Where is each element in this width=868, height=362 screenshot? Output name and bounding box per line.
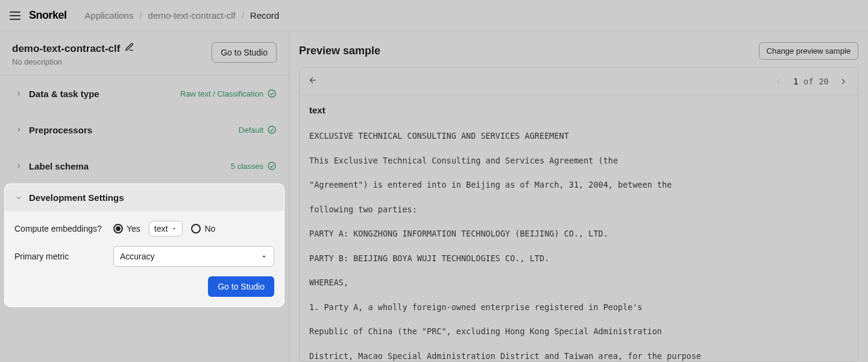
dev-settings-wrap: Development Settings Compute embeddings?… (0, 184, 289, 306)
svg-point-2 (268, 162, 275, 170)
menu-icon[interactable] (10, 11, 20, 20)
radio-no-label: No (204, 224, 215, 233)
caret-down-icon (171, 226, 177, 232)
project-subtitle: No description (12, 57, 134, 66)
accordion-row-data-task[interactable]: Data & task type Raw text / Classificati… (0, 75, 289, 112)
project-title-block: demo-text-contract-clf No description (12, 42, 134, 66)
breadcrumb-current: Record (250, 10, 279, 21)
go-to-studio-primary-button[interactable]: Go to Studio (208, 276, 274, 297)
back-arrow-icon[interactable] (308, 75, 318, 87)
dev-settings-title: Development Settings (29, 192, 124, 203)
preview-card: 1 of 20 text EXCLUSIVE TECHNICAL CONSULT… (299, 67, 858, 362)
app-shell: Snorkel Applications / demo-text-contrac… (0, 0, 868, 362)
settings-accordion: Data & task type Raw text / Classificati… (0, 75, 289, 306)
project-header: demo-text-contract-clf No description Go… (0, 31, 289, 75)
compute-embeddings-row: Compute embeddings? Yes text (14, 221, 274, 237)
sample-body: text EXCLUSIVE TECHNICAL CONSULTING AND … (300, 95, 858, 361)
accordion-row-dev-settings[interactable]: Development Settings (5, 184, 284, 211)
sample-field-name: text (309, 105, 848, 115)
primary-metric-label: Primary metric (14, 252, 105, 261)
breadcrumb: Applications / demo-text-contract-clf / … (85, 10, 280, 21)
page: Snorkel Applications / demo-text-contrac… (0, 0, 868, 362)
radio-dot-icon (191, 224, 201, 233)
pager: 1 of 20 (773, 75, 849, 87)
accordion-status: Raw text / Classification (180, 89, 263, 98)
radio-dot-icon (113, 224, 123, 233)
prev-page-icon[interactable] (773, 75, 785, 87)
check-circle-icon (267, 89, 277, 98)
primary-metric-row: Primary metric Accuracy (14, 246, 274, 267)
dev-actions: Go to Studio (14, 276, 274, 297)
check-circle-icon (267, 125, 277, 135)
breadcrumb-sep: / (139, 10, 142, 21)
preview-header: Preview sample Change preview sample (299, 39, 858, 67)
page-total: 20 (819, 77, 829, 86)
chevron-right-icon (14, 162, 23, 170)
breadcrumb-sep: / (242, 10, 244, 21)
radio-no[interactable]: No (191, 224, 215, 233)
accordion-label: Label schema (29, 161, 89, 171)
chevron-down-icon (14, 194, 23, 202)
primary-metric-select[interactable]: Accuracy (113, 246, 274, 267)
accordion-row-preprocessors[interactable]: Preprocessors Default (0, 112, 289, 148)
project-title: demo-text-contract-clf (12, 42, 134, 55)
page-sep: of (804, 77, 814, 86)
radio-yes-label: Yes (127, 224, 140, 233)
left-panel: demo-text-contract-clf No description Go… (0, 31, 289, 362)
accordion-label: Preprocessors (29, 125, 92, 135)
sample-text: EXCLUSIVE TECHNICAL CONSULTING AND SERVI… (309, 124, 848, 361)
pager-text: 1 of 20 (793, 77, 829, 86)
primary-metric-value: Accuracy (120, 252, 155, 261)
main-body: demo-text-contract-clf No description Go… (0, 31, 868, 362)
project-name: demo-text-contract-clf (12, 43, 120, 55)
chevron-right-icon (14, 89, 23, 98)
accordion-row-label-schema[interactable]: Label schema 5 classes (0, 148, 289, 184)
check-circle-icon (267, 161, 277, 171)
chevron-right-icon (14, 125, 23, 134)
radio-yes[interactable]: Yes (113, 224, 140, 233)
dev-settings-card: Development Settings Compute embeddings?… (5, 184, 284, 306)
svg-point-1 (268, 126, 275, 133)
embed-field-value: text (154, 224, 168, 233)
preview-nav-strip: 1 of 20 (300, 68, 858, 95)
next-page-icon[interactable] (837, 75, 849, 87)
go-to-studio-button[interactable]: Go to Studio (212, 42, 277, 63)
svg-point-0 (268, 90, 275, 97)
accordion-status: 5 classes (231, 162, 263, 171)
dev-settings-body: Compute embeddings? Yes text (5, 211, 284, 306)
caret-down-icon (260, 253, 268, 260)
compute-embeddings-label: Compute embeddings? (14, 224, 105, 233)
change-preview-button[interactable]: Change preview sample (759, 42, 858, 60)
edit-icon[interactable] (125, 42, 134, 55)
topnav: Snorkel Applications / demo-text-contrac… (0, 0, 868, 31)
breadcrumb-item[interactable]: Applications (85, 10, 134, 21)
brand-logo[interactable]: Snorkel (29, 9, 67, 22)
preview-title: Preview sample (299, 45, 380, 57)
breadcrumb-item[interactable]: demo-text-contract-clf (148, 10, 236, 21)
right-panel: Preview sample Change preview sample 1 o (289, 31, 868, 362)
embed-field-select[interactable]: text (149, 221, 183, 237)
page-current: 1 (793, 77, 798, 86)
accordion-label: Data & task type (29, 89, 99, 99)
accordion-status: Default (239, 125, 263, 135)
